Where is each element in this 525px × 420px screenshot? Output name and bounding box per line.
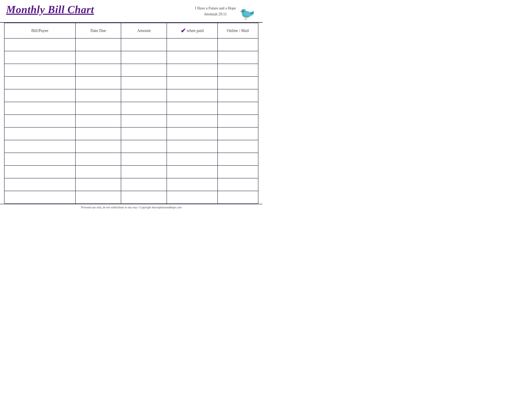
bill-table: Bill/Payee Date Due Amount ✔ when paid — [4, 23, 258, 204]
main-title: Monthly Bill Chart — [6, 4, 94, 15]
table-cell[interactable] — [218, 153, 258, 166]
table-cell[interactable] — [4, 64, 75, 76]
col-header-payee: Bill/Payee — [4, 23, 75, 38]
table-cell[interactable] — [218, 191, 258, 204]
table-row — [4, 127, 258, 140]
table-cell[interactable] — [75, 178, 121, 191]
col-header-check: ✔ when paid — [167, 23, 218, 38]
table-cell[interactable] — [121, 76, 167, 89]
right-header: I Have a Future and a Hope Jeremiah 29:1… — [195, 4, 256, 20]
table-cell[interactable] — [121, 51, 167, 64]
scripture-line2: Jeremiah 29:11 — [195, 11, 236, 17]
table-row — [4, 191, 258, 204]
table-cell[interactable] — [121, 166, 167, 178]
table-header-row: Bill/Payee Date Due Amount ✔ when paid — [4, 23, 258, 38]
scripture-line1: I Have a Future and a Hope — [195, 5, 236, 11]
table-row — [4, 178, 258, 191]
table-cell[interactable] — [167, 89, 218, 102]
table-cell[interactable] — [75, 127, 121, 140]
col-header-online: Online / Mail — [218, 23, 258, 38]
table-cell[interactable] — [4, 51, 75, 64]
footer: Personal use only, do not redistribute i… — [0, 204, 262, 211]
table-cell[interactable] — [121, 178, 167, 191]
table-cell[interactable] — [75, 153, 121, 166]
table-row — [4, 102, 258, 115]
scripture-text: I Have a Future and a Hope Jeremiah 29:1… — [195, 4, 236, 17]
table-row — [4, 89, 258, 102]
table-row — [4, 140, 258, 153]
table-cell[interactable] — [121, 191, 167, 204]
table-cell[interactable] — [218, 140, 258, 153]
table-cell[interactable] — [218, 51, 258, 64]
table-cell[interactable] — [121, 140, 167, 153]
table-cell[interactable] — [121, 38, 167, 51]
table-cell[interactable] — [75, 166, 121, 178]
page: Monthly Bill Chart I Have a Future and a… — [0, 0, 262, 211]
table-cell[interactable] — [218, 102, 258, 115]
table-cell[interactable] — [121, 153, 167, 166]
table-cell[interactable] — [4, 76, 75, 89]
svg-point-2 — [242, 10, 244, 12]
check-label: when paid — [187, 28, 204, 33]
table-cell[interactable] — [75, 51, 121, 64]
table-row — [4, 166, 258, 178]
table-cell[interactable] — [4, 127, 75, 140]
table-cell[interactable] — [4, 89, 75, 102]
table-cell[interactable] — [4, 140, 75, 153]
table-cell[interactable] — [218, 64, 258, 76]
table-cell[interactable] — [167, 140, 218, 153]
table-cell[interactable] — [218, 178, 258, 191]
table-cell[interactable] — [75, 76, 121, 89]
table-cell[interactable] — [75, 191, 121, 204]
table-row — [4, 64, 258, 76]
table-cell[interactable] — [167, 76, 218, 89]
table-cell[interactable] — [218, 127, 258, 140]
table-cell[interactable] — [121, 89, 167, 102]
table-cell[interactable] — [218, 76, 258, 89]
table-cell[interactable] — [218, 38, 258, 51]
table-cell[interactable] — [75, 89, 121, 102]
table-cell[interactable] — [75, 140, 121, 153]
table-cell[interactable] — [4, 102, 75, 115]
table-cell[interactable] — [121, 115, 167, 127]
table-cell[interactable] — [4, 38, 75, 51]
table-cell[interactable] — [167, 115, 218, 127]
table-cell[interactable] — [121, 127, 167, 140]
table-body — [4, 38, 258, 204]
col-header-date: Date Due — [75, 23, 121, 38]
table-cell[interactable] — [121, 102, 167, 115]
table-cell[interactable] — [218, 115, 258, 127]
table-cell[interactable] — [218, 166, 258, 178]
table-cell[interactable] — [75, 38, 121, 51]
table-cell[interactable] — [167, 102, 218, 115]
table-cell[interactable] — [167, 51, 218, 64]
table-cell[interactable] — [75, 64, 121, 76]
bird-icon — [238, 4, 256, 20]
table-cell[interactable] — [167, 38, 218, 51]
title-section: Monthly Bill Chart — [6, 4, 94, 15]
table-cell[interactable] — [167, 178, 218, 191]
checkmark-icon: ✔ — [181, 28, 186, 34]
table-cell[interactable] — [167, 127, 218, 140]
table-cell[interactable] — [75, 115, 121, 127]
check-header-content: ✔ when paid — [169, 28, 216, 34]
table-row — [4, 153, 258, 166]
footer-text: Personal use only, do not redistribute i… — [81, 206, 182, 209]
table-cell[interactable] — [75, 102, 121, 115]
table-row — [4, 76, 258, 89]
table-cell[interactable] — [218, 89, 258, 102]
svg-line-12 — [246, 18, 247, 19]
table-cell[interactable] — [4, 166, 75, 178]
table-cell[interactable] — [167, 191, 218, 204]
table-cell[interactable] — [4, 178, 75, 191]
svg-point-3 — [243, 11, 243, 11]
table-cell[interactable] — [4, 191, 75, 204]
table-cell[interactable] — [121, 64, 167, 76]
table-cell[interactable] — [167, 153, 218, 166]
table-cell[interactable] — [4, 115, 75, 127]
header: Monthly Bill Chart I Have a Future and a… — [0, 0, 262, 23]
table-cell[interactable] — [167, 64, 218, 76]
svg-point-15 — [240, 11, 241, 11]
table-cell[interactable] — [167, 166, 218, 178]
table-cell[interactable] — [4, 153, 75, 166]
